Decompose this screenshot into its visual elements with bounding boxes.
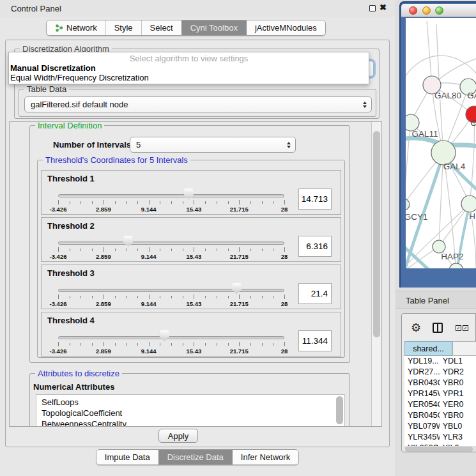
column-header[interactable]: n (452, 341, 476, 356)
table-cell[interactable]: YER054C (404, 399, 440, 410)
tick-mark (115, 343, 116, 346)
table-data-combo[interactable]: galFiltered.sif default node (24, 96, 372, 112)
tab-impute-data[interactable]: Impute Data (96, 450, 158, 464)
network-window-titlebar[interactable] (401, 4, 476, 17)
tick-label: 28 (281, 253, 288, 260)
table-row[interactable]: YDR27...YDR2 (404, 367, 476, 378)
tick-mark (284, 342, 285, 346)
tick-mark (183, 249, 183, 251)
tick-mark (171, 296, 172, 298)
panel-title: Control Panel (11, 4, 61, 13)
tick-mark (104, 295, 104, 299)
network-node-h[interactable] (461, 196, 476, 212)
tick-mark (262, 249, 263, 251)
threshold-label: Threshold 4 (47, 316, 95, 325)
columns-icon[interactable] (433, 323, 443, 333)
table-h-scrollbar[interactable] (404, 446, 476, 452)
minimize-traffic-light-icon[interactable] (422, 6, 431, 15)
tab-jactivemnodules[interactable]: jActiveMNodules (246, 20, 325, 35)
bottom-tab-bar: Impute DataDiscretize DataInfer Network (0, 449, 395, 465)
tick-mark (228, 201, 229, 204)
algorithm-option-equal-width-frequency-discretization[interactable]: Equal Width/Frequency Discretization (9, 73, 369, 82)
tab-infer-network[interactable]: Infer Network (232, 450, 298, 464)
algorithm-option-manual-discretization[interactable]: Manual Discretization (9, 63, 369, 73)
tab-discretize-data[interactable]: Discretize Data (158, 450, 232, 464)
float-window-icon[interactable] (369, 5, 376, 12)
table-cell[interactable]: YBR0 (440, 410, 476, 421)
slider-track[interactable] (58, 194, 284, 197)
close-icon[interactable]: ✖ (380, 3, 387, 12)
threshold-value-input[interactable]: 21.4 (298, 283, 332, 304)
table-cell[interactable]: YBL079W (404, 421, 440, 432)
combo-spinner-icon (287, 142, 291, 148)
list-scrollbar[interactable] (336, 396, 343, 427)
slider-track[interactable] (58, 336, 284, 339)
list-item-betweennesscentrality[interactable]: BetweennessCentrality (42, 418, 344, 427)
slider-thumb[interactable] (160, 330, 169, 341)
network-node-gcy1[interactable] (406, 199, 410, 210)
tick-mark (239, 342, 240, 346)
tick-mark (160, 343, 160, 346)
table-cell[interactable]: YDR27... (404, 367, 440, 378)
tick-label: 9.144 (141, 206, 157, 213)
table-cell[interactable]: YPR145W (404, 388, 440, 399)
table-row[interactable]: YER054CYER0 (404, 399, 476, 410)
slider-thumb[interactable] (184, 188, 194, 199)
table-cell[interactable]: YDR2 (440, 367, 476, 378)
threshold-value-input[interactable]: 11.344 (298, 330, 332, 351)
tick-mark (92, 343, 93, 346)
thresholds-group: Threshold's Coordinates for 5 Intervals … (37, 160, 345, 358)
network-canvas[interactable]: GAL80GACGAL11GAL4GCY1HHAP2 (406, 18, 476, 268)
checkbox-icon[interactable] (456, 325, 461, 331)
apply-button[interactable]: Apply (158, 429, 198, 443)
table-cell[interactable]: YER0 (440, 399, 476, 410)
table-cell[interactable]: YBL0 (440, 421, 476, 432)
tab-cyni-toolbox[interactable]: Cyni Toolbox (181, 20, 246, 35)
list-item-topologicalcoefficient[interactable]: TopologicalCoefficient (42, 408, 344, 418)
slider-track[interactable] (58, 289, 284, 292)
tick-mark (217, 343, 217, 346)
slider-thumb[interactable] (123, 236, 133, 247)
network-node-hap2[interactable] (433, 240, 445, 253)
table-cell[interactable]: YDL19... (404, 356, 440, 367)
tab-select[interactable]: Select (141, 20, 181, 35)
table-row[interactable]: YPR145WYPR1 (404, 388, 476, 399)
table-row[interactable]: YDL19...YDL1 (404, 356, 476, 367)
num-intervals-combo[interactable]: 5 (130, 137, 296, 153)
threshold-value-input[interactable]: 6.316 (298, 236, 332, 257)
tick-mark (126, 343, 127, 346)
table-cell[interactable]: YBR045C (404, 410, 440, 421)
slider-thumb[interactable] (232, 283, 242, 294)
slider-track[interactable] (58, 242, 284, 245)
table-cell[interactable]: YBR0 (440, 378, 476, 388)
threshold-value-input[interactable]: 14.713 (298, 188, 332, 210)
panel-scrollbar[interactable] (371, 122, 381, 426)
table-cell[interactable]: YBR043C (404, 378, 440, 388)
attributes-list[interactable]: SelfLoopsTopologicalCoefficientBetweenne… (36, 394, 345, 427)
column-header[interactable]: shared... (404, 341, 452, 356)
table-cell[interactable]: YPR1 (440, 388, 476, 399)
table-h-scrollbar-thumb[interactable] (405, 447, 473, 452)
table-row[interactable]: YLR345WYLR3 (404, 432, 476, 443)
table-row[interactable]: YBR045CYBR0 (404, 410, 476, 421)
checkbox-icon[interactable] (463, 325, 468, 331)
table-row[interactable]: YBR043CYBR0 (404, 378, 476, 388)
panel-scrollbar-thumb[interactable] (373, 131, 380, 337)
table-cell[interactable]: YLR3 (440, 432, 476, 443)
table-row[interactable]: YBL079WYBL0 (404, 421, 476, 432)
gear-icon[interactable]: ⚙ (411, 321, 421, 335)
tick-mark (239, 200, 240, 204)
tab-style[interactable]: Style (105, 20, 141, 35)
close-traffic-light-icon[interactable] (409, 6, 417, 15)
tick-mark (273, 343, 273, 346)
table-cell[interactable]: YLR345W (404, 432, 440, 443)
network-edge (406, 123, 411, 204)
tick-mark (81, 201, 81, 204)
list-item-selfloops[interactable]: SelfLoops (42, 397, 344, 408)
tab-network[interactable]: Network (47, 20, 105, 35)
list-scrollbar-thumb[interactable] (336, 396, 343, 424)
tick-mark (149, 342, 150, 346)
zoom-traffic-light-icon[interactable] (435, 6, 443, 15)
threshold-panel-1: Threshold 1-3.4262.8599.14415.4321.71528… (41, 170, 341, 215)
table-cell[interactable]: YDL1 (440, 356, 476, 367)
